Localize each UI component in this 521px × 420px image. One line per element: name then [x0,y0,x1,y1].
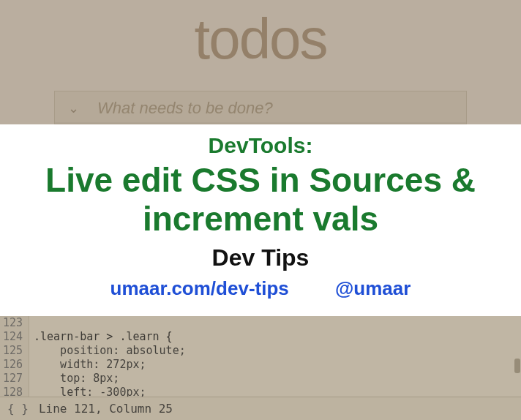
twitter-handle[interactable]: @umaar [335,277,411,300]
status-bar: { } Line 121, Column 25 [0,397,521,420]
code-line: 123 [0,316,521,330]
code-line: 125 position: absolute; [0,344,521,358]
code-line: 124 .learn-bar > .learn { [0,330,521,344]
line-number: 127 [0,372,29,386]
code-text[interactable] [29,316,34,330]
code-text[interactable]: top: 8px; [29,372,119,386]
devtools-sources-panel: 123 124 .learn-bar > .learn { 125 positi… [0,316,521,420]
code-line: 127 top: 8px; [0,372,521,386]
line-number: 125 [0,344,29,358]
banner-kicker: DevTools: [0,133,521,158]
code-text[interactable]: width: 272px; [29,358,146,372]
banner-links: umaar.com/dev-tips @umaar [0,277,521,300]
scrollbar-thumb[interactable] [514,359,520,373]
code-line: 126 width: 272px; [0,358,521,372]
code-text[interactable]: position: absolute; [29,344,186,358]
banner-sub: Dev Tips [0,244,521,271]
braces-icon[interactable]: { } [7,402,29,416]
banner-headline: Live edit CSS in Sources & increment val… [0,161,521,239]
site-link[interactable]: umaar.com/dev-tips [110,277,289,300]
title-banner: DevTools: Live edit CSS in Sources & inc… [0,124,521,316]
dim-overlay-top [0,0,521,124]
code-text[interactable]: .learn-bar > .learn { [29,330,173,344]
line-number: 124 [0,330,29,344]
line-number: 123 [0,316,29,330]
line-number: 126 [0,358,29,372]
viewport: todos ⌄ What needs to be done? DevTools:… [0,0,521,420]
cursor-position: Line 121, Column 25 [39,402,173,416]
code-editor[interactable]: 123 124 .learn-bar > .learn { 125 positi… [0,316,521,397]
